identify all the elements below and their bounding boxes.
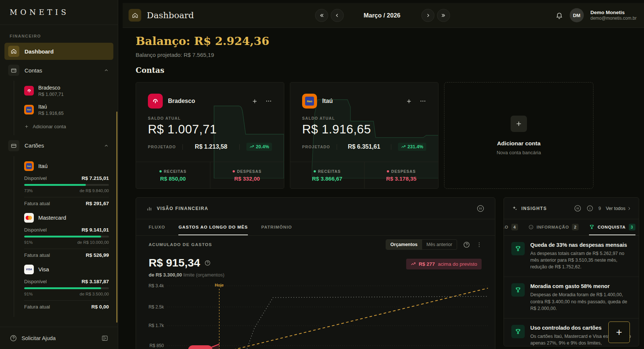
quick-add-button[interactable]: +: [608, 321, 630, 343]
insight-item[interactable]: Moradia com gasto 58% menor Despesas de …: [504, 277, 639, 318]
account-card-itau[interactable]: Itaú Itaú SALDO ATUAL R$ 1.916,65 PROJET…: [290, 82, 438, 189]
divider: [239, 144, 240, 150]
sidebar-account-bradesco[interactable]: Bradesco R$ 1.007,71: [24, 81, 109, 100]
next-month-button[interactable]: [421, 9, 434, 22]
add-account-subtitle: Nova conta bancária: [496, 150, 541, 155]
insight-title: Moradia com gasto 58% menor: [530, 283, 631, 289]
sidebar-group-contas[interactable]: Contas: [0, 60, 118, 81]
saldo-atual-label: SALDO ATUAL: [302, 116, 426, 120]
sidebar-card-mastercard[interactable]: Mastercard DisponívelR$ 9.141,01 91%de R…: [24, 209, 109, 260]
bradesco-logo-icon: [24, 86, 34, 96]
sidebar: MONETIS FINANCEIRO Dashboard Contas Brad…: [0, 0, 118, 349]
balance-projected: Balanço projetado: R$ 7.565,19: [136, 52, 214, 58]
sidebar-account-itau[interactable]: Itaú Itaú R$ 1.916,65: [24, 100, 109, 119]
saldo-atual-value: R$ 1.007,71: [148, 122, 272, 136]
comparison-toggle: Orçamentos Mês anterior: [386, 239, 457, 250]
sidebar-scrollbar-thumb[interactable]: [116, 112, 117, 323]
limit-progress-fill: [24, 184, 86, 186]
see-all-link[interactable]: Ver todos: [606, 206, 631, 211]
svg-text:R$ 3.4k: R$ 3.4k: [149, 283, 164, 288]
cartoes-subtree: Itaú Itaú DisponívelR$ 7.215,01 73%de R$…: [14, 156, 118, 317]
despesas-value: R$ 3.178,35: [386, 175, 417, 182]
help-circle-icon[interactable]: [463, 241, 470, 248]
pause-icon[interactable]: [574, 204, 582, 212]
notifications-bell-icon[interactable]: [556, 12, 563, 19]
page-title: Dashboard: [147, 10, 194, 20]
kebab-menu-icon[interactable]: [476, 242, 482, 248]
chevron-up-icon[interactable]: [104, 68, 109, 73]
card-name: Visa: [38, 266, 49, 272]
account-card-name: Bradesco: [168, 98, 195, 104]
info-circle-icon: [528, 224, 534, 230]
sidebar-section-label: FINANCEIRO: [0, 25, 118, 43]
account-name: Bradesco: [38, 85, 64, 91]
receitas-block: RECEITAS R$ 3.866,67: [290, 162, 364, 188]
prev-year-button[interactable]: [315, 9, 328, 22]
add-account-card[interactable]: Adicionar conta Nova conta bancária: [444, 82, 593, 189]
saldo-atual-value: R$ 1.916,65: [302, 122, 426, 136]
receitas-value: R$ 850,00: [160, 175, 186, 182]
projetado-value: R$ 1.213,58: [190, 143, 232, 150]
projetado-value: R$ 6.351,61: [344, 143, 384, 150]
financial-view-tabs: FLUXO GASTOS AO LONGO DO MÊS PATRIMÔNIO: [136, 219, 495, 236]
sidebar-item-label: Dashboard: [25, 48, 54, 55]
despesas-block: DESPESAS R$ 332,00: [210, 162, 284, 188]
avatar[interactable]: DM: [570, 8, 584, 22]
over-budget-badge: R$ 277acima do previsto: [406, 259, 482, 269]
percent-used: 73%: [24, 188, 33, 193]
next-year-button[interactable]: [437, 9, 450, 22]
sidebar-add-account[interactable]: Adicionar conta: [24, 119, 109, 130]
limit-progress-fill: [24, 236, 101, 237]
invoice-label: Fatura atual: [24, 252, 50, 258]
tab-informacao[interactable]: INFORMAÇÃO 2: [528, 219, 579, 235]
user-name: Demo Monetis: [590, 10, 637, 16]
tab-patrimonio[interactable]: PATRIMÔNIO: [261, 219, 292, 235]
balance-title: Balanço: R$ 2.924,36: [136, 35, 269, 48]
tab-count-badge: 2: [572, 224, 579, 230]
sidebar-group-cartoes[interactable]: Cartões: [0, 135, 118, 156]
info-help-icon[interactable]: [204, 260, 211, 266]
trend-up-icon: [411, 262, 416, 267]
tab-acao[interactable]: ÇÃO 4: [504, 219, 518, 235]
sidebar-card-visa[interactable]: VISA Visa DisponívelR$ 3.187,87 91%de R$…: [24, 260, 109, 312]
account-card-bradesco[interactable]: Bradesco SALDO ATUAL R$ 1.007,71 PROJETA…: [136, 82, 284, 189]
insights-tabs: ÇÃO 4 INFORMAÇÃO 2 CONQUISTA 3: [504, 219, 639, 236]
info-circle-icon[interactable]: [586, 205, 593, 212]
saldo-atual-label: SALDO ATUAL: [148, 116, 272, 120]
acumulado-label: ACUMULADO DE GASTOS: [149, 242, 212, 247]
dashboard-home-icon: [129, 9, 141, 22]
svg-text:R$ 1.7k: R$ 1.7k: [149, 323, 164, 328]
add-transaction-button[interactable]: [252, 98, 258, 104]
trend-up-icon: [249, 145, 254, 149]
limit-line: de R$ 3.300,00 limite (orçamentos): [136, 269, 495, 278]
card-name: Mastercard: [38, 214, 66, 221]
help-label[interactable]: Solicitar Ajuda: [22, 335, 56, 341]
tab-conquista[interactable]: CONQUISTA 3: [589, 219, 635, 235]
sidebar-group-label: Contas: [25, 67, 98, 74]
tab-gastos-ao-longo-do-mes[interactable]: GASTOS AO LONGO DO MÊS: [178, 219, 248, 235]
add-transaction-button[interactable]: [406, 98, 412, 104]
toggle-mes-anterior[interactable]: Mês anterior: [422, 240, 457, 249]
limit-progress-fill: [24, 287, 101, 289]
tab-fluxo[interactable]: FLUXO: [149, 219, 165, 235]
more-options-icon[interactable]: [420, 98, 426, 104]
sidebar-card-itau[interactable]: Itaú Itaú DisponívelR$ 7.215,01 73%de R$…: [24, 157, 109, 209]
gastos-chart[interactable]: R$ 850R$ 1.7kR$ 2.5kR$ 3.4kHoje: [136, 283, 491, 349]
growth-badge: 231.4%: [398, 143, 426, 151]
chevron-up-icon[interactable]: [104, 143, 109, 148]
insight-body: As despesas totais caíram de R$ 5.262,97…: [530, 250, 631, 270]
visa-logo-icon: VISA: [24, 265, 34, 274]
despesas-block: DESPESAS R$ 3.178,35: [364, 162, 438, 188]
pause-icon[interactable]: [476, 204, 485, 213]
projetado-label: PROJETADO: [148, 145, 176, 149]
red-dot-icon: [233, 170, 235, 172]
insight-item[interactable]: Queda de 33% nas despesas mensais As des…: [504, 236, 639, 277]
percent-used: 91%: [24, 240, 33, 245]
more-options-icon[interactable]: [265, 98, 272, 104]
itau-logo-icon: Itaú: [24, 105, 34, 114]
collapse-sidebar-icon[interactable]: [101, 335, 108, 342]
account-balance: R$ 1.916,65: [38, 111, 64, 116]
toggle-orcamentos[interactable]: Orçamentos: [386, 240, 422, 249]
add-account-title: Adicionar conta: [497, 140, 540, 147]
sidebar-item-dashboard[interactable]: Dashboard: [4, 43, 113, 60]
